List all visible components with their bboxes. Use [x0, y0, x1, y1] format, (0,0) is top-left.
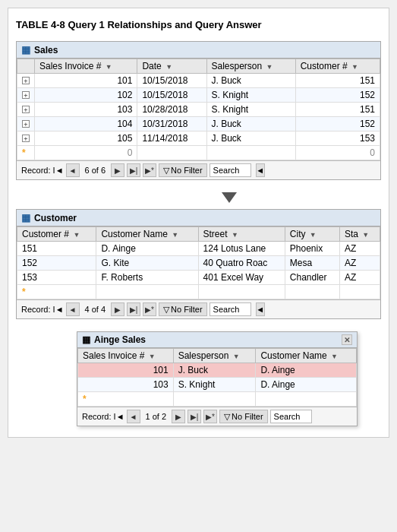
- table-icon: ▦: [21, 44, 30, 55]
- table-icon: ▦: [21, 212, 30, 223]
- sales-col-salesperson[interactable]: Salesperson ▼: [206, 59, 295, 74]
- cust-col-street[interactable]: Street ▼: [198, 227, 285, 242]
- customer-header-row: Customer # ▼ Customer Name ▼ Street ▼ Ci…: [17, 227, 380, 242]
- nav-scroll-btn[interactable]: ◄: [256, 302, 265, 316]
- table-row: + 103 10/28/2018 S. Knight 151: [17, 103, 380, 117]
- new-street-cell: [198, 285, 285, 299]
- salesperson-cell: J. Buck: [206, 131, 295, 146]
- nav-next-btn[interactable]: ▶: [172, 410, 185, 423]
- city-cell: Mesa: [285, 256, 339, 271]
- no-filter-btn[interactable]: ▽ No Filter: [159, 302, 207, 316]
- expand-col-header: [17, 59, 35, 74]
- no-filter-btn[interactable]: ▽ No Filter: [219, 410, 268, 423]
- expand-cell[interactable]: +: [17, 131, 35, 146]
- expand-btn[interactable]: +: [22, 120, 30, 128]
- customer-cell: 151: [295, 103, 380, 117]
- ainge-sales-title: Ainge Sales: [94, 334, 146, 345]
- expand-btn[interactable]: +: [22, 91, 30, 99]
- table-row: + 102 10/15/2018 S. Knight 152: [17, 88, 380, 103]
- sort-arrow: ▼: [165, 63, 172, 71]
- customer-cell: 152: [295, 88, 380, 103]
- expand-btn[interactable]: +: [22, 77, 30, 84]
- customer-search-input[interactable]: [210, 302, 251, 316]
- sales-col-date[interactable]: Date ▼: [137, 59, 206, 74]
- state-cell: AZ: [340, 256, 380, 271]
- nav-last-btn[interactable]: ▶|: [127, 302, 140, 316]
- expand-cell[interactable]: +: [17, 117, 35, 131]
- ainge-header-row: Sales Invoice # ▼ Salesperson ▼ Customer…: [78, 349, 357, 363]
- expand-cell[interactable]: +: [17, 74, 35, 88]
- street-cell: 40 Quatro Roac: [198, 256, 285, 271]
- expand-btn[interactable]: +: [22, 135, 30, 142]
- ainge-record-nav: Record: I◄ ◄ 1 of 2 ▶ ▶| ▶* ▽ No Filter: [77, 407, 357, 426]
- sales-col-invoice[interactable]: Sales Invoice # ▼: [35, 59, 137, 74]
- nav-last-btn[interactable]: ▶|: [127, 163, 140, 177]
- ainge-col-invoice[interactable]: Sales Invoice # ▼: [78, 349, 174, 363]
- table-row: *: [17, 285, 380, 299]
- sales-table-title: Sales: [34, 45, 58, 55]
- invoice-cell: 101: [78, 363, 174, 378]
- date-cell: 10/31/2018: [137, 117, 206, 131]
- nav-prev-btn[interactable]: ◄: [66, 302, 80, 316]
- close-button[interactable]: ✕: [342, 334, 352, 345]
- ainge-sales-data-table: Sales Invoice # ▼ Salesperson ▼ Customer…: [77, 348, 357, 407]
- ainge-search-input[interactable]: [270, 410, 312, 423]
- nav-prev-btn[interactable]: ◄: [66, 163, 80, 177]
- sort-arrow: ▼: [266, 63, 273, 71]
- city-cell: Phoenix: [285, 242, 339, 256]
- customer-record-info: 4 of 4: [85, 305, 106, 314]
- nav-label: Record: I◄: [21, 305, 64, 314]
- cust-col-name[interactable]: Customer Name ▼: [96, 227, 198, 242]
- nav-next-btn[interactable]: ▶: [111, 302, 124, 316]
- nav-next-btn[interactable]: ▶: [111, 163, 124, 177]
- invoice-cell: 101: [35, 74, 137, 88]
- invoice-cell: 103: [78, 378, 174, 392]
- nav-new-btn[interactable]: ▶*: [143, 163, 156, 177]
- cust-col-city[interactable]: City ▼: [285, 227, 339, 242]
- nav-prev-btn[interactable]: ◄: [127, 410, 140, 423]
- custname-cell: F. Roberts: [96, 271, 198, 285]
- new-custnum-cell: *: [17, 285, 96, 299]
- date-cell: 10/15/2018: [137, 74, 206, 88]
- cust-col-state[interactable]: Sta ▼: [340, 227, 380, 242]
- new-salesperson-cell: [173, 392, 256, 407]
- filter-icon: ▽: [224, 412, 230, 422]
- invoice-cell: 102: [35, 88, 137, 103]
- sales-col-customer[interactable]: Customer # ▼: [295, 59, 380, 74]
- expand-cell[interactable]: +: [17, 103, 35, 117]
- table-row: + 105 11/14/2018 J. Buck 153: [17, 131, 380, 146]
- custname-cell: D. Ainge: [256, 363, 357, 378]
- sort-arrow: ▼: [331, 353, 338, 360]
- expand-btn[interactable]: +: [22, 106, 30, 113]
- customer-cell: 151: [295, 74, 380, 88]
- cust-col-num[interactable]: Customer # ▼: [17, 227, 96, 242]
- invoice-cell: 104: [35, 117, 137, 131]
- table-row: + 104 10/31/2018 J. Buck 152: [17, 117, 380, 131]
- page-container: TABLE 4-8 Query 1 Relationships and Quer…: [8, 8, 389, 438]
- salesperson-cell: J. Buck: [173, 363, 256, 378]
- new-salesperson-cell: [206, 146, 295, 160]
- nav-last-btn[interactable]: ▶|: [187, 410, 201, 423]
- ainge-col-salesperson[interactable]: Salesperson ▼: [173, 349, 256, 363]
- sales-table: ▦ Sales Sales Invoice # ▼ Date ▼ Salespe…: [16, 41, 381, 180]
- new-invoice-cell: 0: [35, 146, 137, 160]
- custname-cell: G. Kite: [96, 256, 198, 271]
- nav-new-btn[interactable]: ▶*: [143, 302, 156, 316]
- custname-cell: D. Ainge: [256, 378, 357, 392]
- nav-label: Record: I◄: [82, 412, 124, 421]
- expand-cell[interactable]: +: [17, 88, 35, 103]
- sales-search-input[interactable]: [210, 163, 251, 177]
- sales-record-info: 6 of 6: [85, 166, 106, 175]
- custname-cell: D. Ainge: [96, 242, 198, 256]
- sort-arrow: ▼: [73, 231, 80, 239]
- filter-icon: ▽: [163, 305, 169, 315]
- state-cell: AZ: [340, 271, 380, 285]
- ainge-col-custname[interactable]: Customer Name ▼: [256, 349, 357, 363]
- nav-new-btn[interactable]: ▶*: [203, 410, 217, 423]
- arrow-down-shape: [222, 192, 237, 203]
- ainge-sales-window: ▦ Ainge Sales ✕ Sales Invoice # ▼ Salesp…: [77, 331, 358, 426]
- no-filter-btn[interactable]: ▽ No Filter: [159, 163, 207, 177]
- nav-scroll-btn[interactable]: ◄: [256, 163, 265, 177]
- table-row: 151 D. Ainge 124 Lotus Lane Phoenix AZ: [17, 242, 380, 256]
- customer-table-title: Customer: [34, 213, 77, 223]
